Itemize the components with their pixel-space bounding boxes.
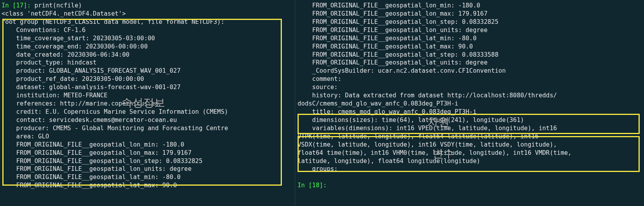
colon: :: [27, 2, 34, 9]
output-line: FROM_ORIGINAL_FILE__geospatial_lat_min: …: [2, 173, 292, 181]
output-line: references: http://marine.copernicus.eu: [2, 100, 292, 108]
output-line: FROM_ORIGINAL_FILE__geospatial_lat_step:…: [298, 51, 641, 59]
colon: :: [323, 182, 330, 189]
output-line: area: GLO: [2, 133, 292, 141]
output-line: FROM_ORIGINAL_FILE__geospatial_lon_min: …: [298, 2, 641, 10]
output-line: comment:: [298, 75, 641, 83]
output-line: product_type: hindcast: [2, 59, 292, 67]
output-line: source:: [298, 83, 641, 91]
output-line: title: cmems_mod_glo_wav_anfc_0.083deg_P…: [298, 108, 641, 116]
in-bracket: [17]: [13, 2, 27, 9]
output-line: FROM_ORIGINAL_FILE__geospatial_lon_min: …: [2, 141, 292, 149]
output-line: date_created: 20230306-06:34:00: [2, 51, 292, 59]
output-line: dodsC/cmems_mod_glo_wav_anfc_0.083deg_PT…: [298, 100, 641, 108]
output-line: VTPK(time, latitude, longitude), float64…: [298, 133, 641, 141]
output-line: Conventions: CF-1.6: [2, 26, 292, 34]
output-line: dataset: global-analysis-forecast-wav-00…: [2, 83, 292, 91]
output-line: contact: servicedesk.cmems@mercator-ocea…: [2, 116, 292, 124]
output-line: FROM_ORIGINAL_FILE__geospatial_lon_units…: [2, 165, 292, 173]
input-prompt-line: In [17]: print(ncfile): [2, 2, 292, 10]
input-prompt-line-2[interactable]: In [18]:: [298, 181, 641, 190]
output-line: <class 'netCDF4._netCDF4.Dataset'>: [2, 10, 292, 18]
output-line: credit: E.U. Copernicus Marine Service I…: [2, 108, 292, 116]
output-line: producer: CMEMS - Global Monitoring and …: [2, 124, 292, 133]
output-line: FROM_ORIGINAL_FILE__geospatial_lat_min: …: [298, 34, 641, 43]
terminal-right-panel[interactable]: FROM_ORIGINAL_FILE__geospatial_lon_min: …: [295, 0, 644, 206]
output-line: latitude, longitude), float64 longitude(…: [298, 157, 641, 165]
output-line: FROM_ORIGINAL_FILE__geospatial_lon_step:…: [298, 18, 641, 26]
output-line: variables(dimensions): int16 VPED(time, …: [298, 124, 641, 133]
output-line: VSDX(time, latitude, longitude), int16 V…: [298, 141, 641, 149]
output-line: FROM_ORIGINAL_FILE__geospatial_lon_max: …: [298, 10, 641, 18]
output-line: FROM_ORIGINAL_FILE__geospatial_lat_max: …: [2, 181, 292, 190]
code-input: print(ncfile): [34, 2, 82, 9]
output-line: FROM_ORIGINAL_FILE__geospatial_lon_units…: [298, 26, 641, 34]
output-line: product: GLOBAL_ANALYSIS_FORECAST_WAV_00…: [2, 67, 292, 75]
output-line: time_coverage_end: 20230306-00:00:00: [2, 43, 292, 51]
in-label: In: [298, 182, 308, 189]
output-line: time_coverage_start: 20230305-03:00:00: [2, 34, 292, 43]
output-line: FROM_ORIGINAL_FILE__geospatial_lat_max: …: [298, 43, 641, 51]
output-line: FROM_ORIGINAL_FILE__geospatial_lat_units…: [298, 59, 641, 67]
terminal-left-panel[interactable]: In [17]: print(ncfile) <class 'netCDF4._…: [0, 0, 295, 206]
output-line: FROM_ORIGINAL_FILE__geospatial_lon_max: …: [2, 149, 292, 157]
terminal-container: In [17]: print(ncfile) <class 'netCDF4._…: [0, 0, 644, 206]
output-line: groups:: [298, 165, 641, 173]
output-line: dimensions(sizes): time(64), latitude(24…: [298, 116, 641, 124]
in-bracket: [18]: [308, 182, 323, 189]
output-line: institution: METEO-FRANCE: [2, 91, 292, 100]
output-line: history: Data extracted from dataset htt…: [298, 91, 641, 100]
in-label: In: [2, 2, 13, 9]
output-line: product_ref_date: 20230305-00:00:00: [2, 75, 292, 83]
output-line: _CoordSysBuilder: ucar.nc2.dataset.conv.…: [298, 67, 641, 75]
blank-line: [298, 173, 641, 181]
output-line: float64 time(time), int16 VHM0(time, lat…: [298, 149, 641, 157]
output-line: FROM_ORIGINAL_FILE__geospatial_lon_step:…: [2, 157, 292, 165]
output-line: root group (NETCDF3_CLASSIC data model, …: [2, 18, 292, 26]
